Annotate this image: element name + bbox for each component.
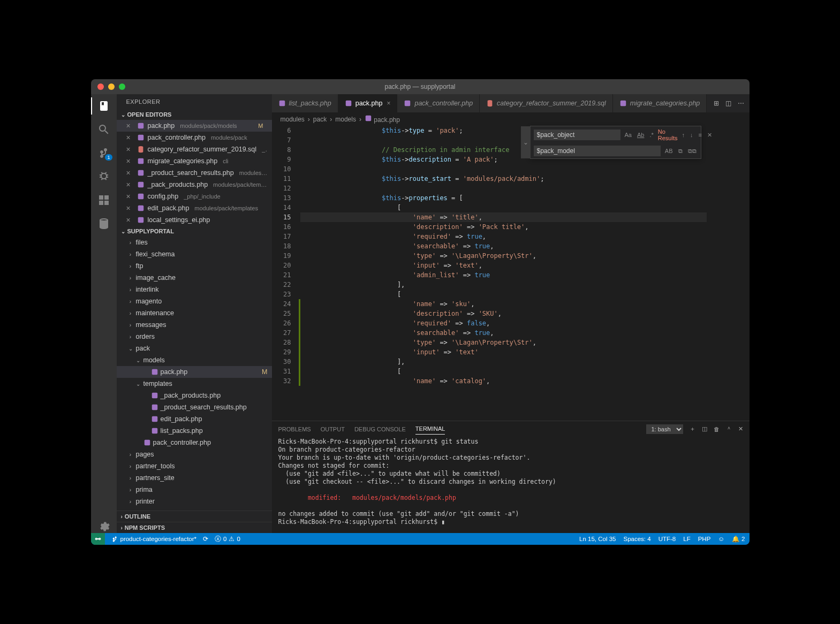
kill-terminal-icon[interactable]: 🗑 [714,426,720,432]
open-editors-header[interactable]: ⌄OPEN EDITORS [117,109,272,120]
tree-file[interactable]: edit_pack.php [117,413,272,425]
open-editor-item[interactable]: ×pack_controller.phpmodules/pack [117,132,272,143]
tree-folder[interactable]: ⌄templates [117,378,272,390]
status-encoding[interactable]: UTF-8 [659,535,676,543]
close-icon[interactable]: × [126,216,134,224]
status-sync[interactable]: ⟳ [203,535,208,543]
maximize-panel-icon[interactable]: ＾ [726,425,732,433]
explorer-icon[interactable] [97,100,110,112]
outline-header[interactable]: ›OUTLINE [117,511,272,522]
status-eol[interactable]: LF [683,535,690,543]
breadcrumb-item[interactable]: pack [313,116,327,123]
find-input[interactable] [534,130,620,140]
new-terminal-icon[interactable]: ＋ [690,425,695,433]
npm-header[interactable]: ›NPM SCRIPTS [117,522,272,533]
open-editor-item[interactable]: ×edit_pack.phpmodules/pack/templates [117,202,272,214]
tree-file[interactable]: pack.php [117,366,272,378]
replace-preserve-icon[interactable]: AB [664,147,674,155]
minimap[interactable] [707,126,750,421]
debug-icon[interactable] [97,170,110,183]
tree-folder[interactable]: ⌄pack [117,343,272,354]
extensions-icon[interactable] [97,194,110,207]
open-editor-item[interactable]: ×local_settings_ei.php [117,214,272,226]
tree-file[interactable]: _pack_products.php [117,390,272,401]
tree-folder[interactable]: ›partners_site [117,472,272,484]
tree-folder[interactable]: ›maintenance [117,307,272,319]
panel-tab[interactable]: TERMINAL [415,423,445,435]
replace-one-icon[interactable]: ⧉ [677,147,684,156]
editor-tab[interactable]: migrate_categories.php [613,94,707,112]
open-editor-item[interactable]: ×migrate_categories.phpcli [117,155,272,167]
tree-folder[interactable]: ›image_cache [117,272,272,284]
editor-tab[interactable]: pack_controller.php [397,94,480,112]
find-prev-icon[interactable]: ↑ [680,131,686,139]
open-editor-item[interactable]: ×_pack_products.phpmodules/pack/template… [117,179,272,191]
editor-tab[interactable]: category_refactor_summer_2019.sql [480,94,613,112]
tree-folder[interactable]: ›ftp [117,260,272,272]
open-editor-item[interactable]: ×category_refactor_summer_2019.sql_asset… [117,143,272,155]
search-icon[interactable] [97,123,110,136]
status-lang[interactable]: PHP [698,535,711,543]
code-editor[interactable]: $this->type = 'pack'; // Description in … [300,126,707,421]
find-toggle-replace[interactable]: ⌄ [521,126,531,158]
sql-icon[interactable] [97,217,110,230]
find-close-icon[interactable]: ✕ [706,131,713,140]
close-icon[interactable]: × [126,121,134,130]
replace-all-icon[interactable]: ⧉⧉ [687,147,698,156]
tree-folder[interactable]: ›files [117,237,272,248]
close-icon[interactable]: × [126,180,134,189]
close-icon[interactable]: × [126,145,134,154]
tree-file[interactable]: pack_controller.php [117,437,272,448]
tree-folder[interactable]: ›magento [117,295,272,307]
close-icon[interactable]: × [126,133,134,142]
find-word-icon[interactable]: Ab [636,131,645,139]
open-editor-item[interactable]: ×config.php_php/_include [117,191,272,202]
panel-tab[interactable]: OUTPUT [321,424,345,435]
tree-folder[interactable]: ›partner_tools [117,460,272,472]
compare-icon[interactable]: ⊞ [714,100,719,107]
project-header[interactable]: ⌄SUPPLYPORTAL [117,226,272,237]
tree-folder[interactable]: ›orders [117,331,272,343]
close-icon[interactable]: × [126,204,134,212]
tree-folder[interactable]: ›interlink [117,284,272,295]
status-spaces[interactable]: Spaces: 4 [624,535,651,543]
breadcrumb-item[interactable]: pack.php [365,115,400,124]
status-branch[interactable]: product-categories-refactor* [111,536,197,543]
tree-folder[interactable]: ›pages [117,448,272,460]
panel-tab[interactable]: PROBLEMS [278,424,311,435]
tree-folder[interactable]: ›flexi_schema [117,248,272,260]
close-icon[interactable]: × [126,157,134,165]
source-control-icon[interactable]: 1 [97,147,110,159]
status-lncol[interactable]: Ln 15, Col 35 [579,535,616,543]
close-icon[interactable]: × [126,169,134,177]
replace-input[interactable] [534,146,661,156]
terminal-selector[interactable]: 1: bash [646,424,683,434]
close-icon[interactable]: × [126,192,134,201]
editor-tab[interactable]: list_packs.php [272,94,338,112]
close-panel-icon[interactable]: ✕ [738,425,743,432]
tree-file[interactable]: _product_search_results.php [117,401,272,413]
breadcrumb-item[interactable]: modules [281,116,305,123]
tree-file[interactable]: list_packs.php [117,425,272,437]
editor-tab[interactable]: pack.php× [338,94,398,112]
breadcrumb[interactable]: modules›pack›models› pack.php [272,112,750,126]
tree-folder[interactable]: ⌄models [117,354,272,366]
close-tab-icon[interactable]: × [387,100,390,107]
open-editor-item[interactable]: ×_product_search_results.phpmodules/pack… [117,167,272,179]
find-case-icon[interactable]: Aa [624,131,633,139]
split-terminal-icon[interactable]: ◫ [702,425,707,432]
minimize-window[interactable] [108,83,115,90]
status-problems[interactable]: ⓧ 0 ⚠ 0 [215,535,240,543]
more-icon[interactable]: ⋯ [738,100,744,107]
close-window[interactable] [97,83,104,90]
remote-indicator[interactable] [91,533,105,545]
status-bell[interactable]: 🔔 2 [732,535,745,543]
find-next-icon[interactable]: ↓ [689,131,694,139]
open-editor-item[interactable]: ×pack.phpmodules/pack/models [117,120,272,132]
terminal[interactable]: Ricks-MacBook-Pro-4:supplyportal rickhur… [272,435,750,533]
settings-icon[interactable] [97,520,110,533]
breadcrumb-item[interactable]: models [335,116,356,123]
split-icon[interactable]: ◫ [725,100,731,107]
find-selection-icon[interactable]: ≡ [697,131,702,139]
status-feedback[interactable]: ☺ [718,535,724,543]
